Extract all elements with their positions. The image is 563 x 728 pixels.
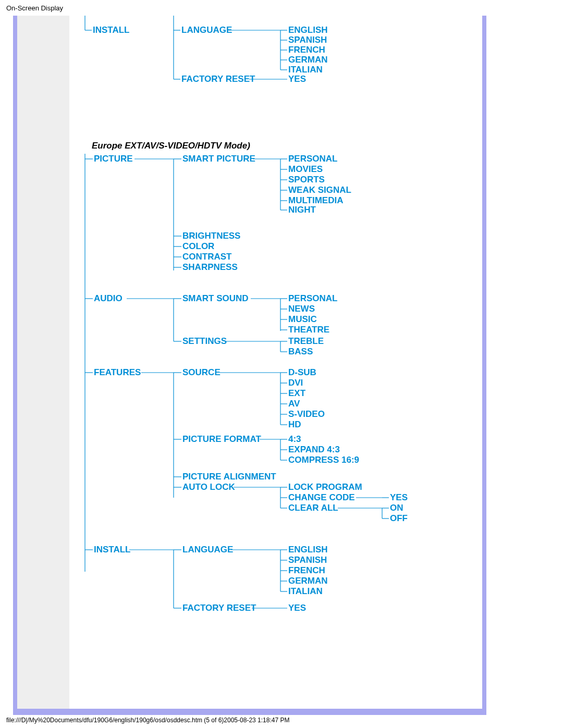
opt-theatre: THEATRE bbox=[288, 325, 329, 335]
page-header: On-Screen Display bbox=[6, 4, 63, 12]
opt-treble: TREBLE bbox=[288, 336, 324, 347]
mode-title: Europe EXT/AV/S-VIDEO/HDTV Mode) bbox=[92, 141, 250, 151]
menu-auto-lock: AUTO LOCK bbox=[182, 482, 235, 492]
opt-german: GERMAN bbox=[288, 55, 328, 65]
opt-weak-signal: WEAK SIGNAL bbox=[288, 185, 351, 195]
opt-clear-all: CLEAR ALL bbox=[288, 503, 338, 513]
opt-english: ENGLISH bbox=[288, 25, 328, 35]
opt-bass: BASS bbox=[288, 347, 313, 357]
opt-personal2: PERSONAL bbox=[288, 293, 337, 304]
menu-source: SOURCE bbox=[182, 367, 221, 378]
menu-audio: AUDIO bbox=[94, 293, 123, 304]
opt-spanish: SPANISH bbox=[288, 35, 327, 45]
opt-english2: ENGLISH bbox=[288, 545, 328, 555]
opt-multimedia: MULTIMEDIA bbox=[288, 195, 343, 206]
opt-sports: SPORTS bbox=[288, 175, 325, 185]
menu-color: COLOR bbox=[182, 241, 214, 252]
opt-cc-yes: YES bbox=[390, 492, 408, 503]
opt-compress169: COMPRESS 16:9 bbox=[288, 455, 359, 465]
menu-language2: LANGUAGE bbox=[182, 545, 233, 555]
opt-43: 4:3 bbox=[288, 434, 301, 445]
opt-italian: ITALIAN bbox=[288, 65, 323, 75]
menu-picture: PICTURE bbox=[94, 154, 133, 164]
menu-contrast: CONTRAST bbox=[182, 252, 231, 262]
page-footer: file:///D|/My%20Documents/dfu/190G6/engl… bbox=[6, 717, 289, 724]
opt-night: NIGHT bbox=[288, 205, 316, 215]
opt-ca-off: OFF bbox=[390, 513, 408, 524]
opt-hd: HD bbox=[288, 419, 301, 430]
menu-features: FEATURES bbox=[94, 367, 141, 378]
opt-french: FRENCH bbox=[288, 45, 325, 55]
opt-news: NEWS bbox=[288, 304, 315, 314]
opt-svideo: S-VIDEO bbox=[288, 409, 325, 419]
tree-content: INSTALL LANGUAGE ENGLISH SPANISH FRENCH … bbox=[75, 16, 482, 709]
menu-factory-reset2: FACTORY RESET bbox=[182, 603, 256, 613]
menu-install: INSTALL bbox=[93, 25, 130, 35]
opt-music: MUSIC bbox=[288, 314, 317, 325]
content-frame: INSTALL LANGUAGE ENGLISH SPANISH FRENCH … bbox=[13, 16, 486, 715]
opt-yes2: YES bbox=[288, 603, 306, 613]
opt-lock-program: LOCK PROGRAM bbox=[288, 482, 362, 492]
opt-ca-on: ON bbox=[390, 503, 403, 513]
opt-expand43: EXPAND 4:3 bbox=[288, 445, 340, 455]
opt-change-code: CHANGE CODE bbox=[288, 492, 355, 503]
menu-sharpness: SHARPNESS bbox=[182, 262, 238, 273]
menu-smart-sound: SMART SOUND bbox=[182, 293, 249, 304]
opt-german2: GERMAN bbox=[288, 576, 328, 586]
menu-brightness: BRIGHTNESS bbox=[182, 231, 240, 241]
opt-dvi: DVI bbox=[288, 378, 303, 388]
menu-smart-picture: SMART PICTURE bbox=[182, 154, 255, 164]
menu-picture-alignment: PICTURE ALIGNMENT bbox=[182, 472, 276, 482]
opt-ext: EXT bbox=[288, 388, 305, 399]
left-margin bbox=[17, 16, 69, 709]
menu-language: LANGUAGE bbox=[181, 25, 232, 35]
opt-av: AV bbox=[288, 399, 300, 409]
opt-dsub: D-SUB bbox=[288, 367, 316, 378]
menu-factory-reset: FACTORY RESET bbox=[181, 74, 255, 84]
opt-italian2: ITALIAN bbox=[288, 586, 323, 597]
opt-movies: MOVIES bbox=[288, 164, 323, 175]
menu-settings: SETTINGS bbox=[182, 336, 227, 347]
opt-french2: FRENCH bbox=[288, 565, 325, 576]
menu-picture-format: PICTURE FORMAT bbox=[182, 434, 261, 445]
opt-spanish2: SPANISH bbox=[288, 555, 327, 565]
opt-personal: PERSONAL bbox=[288, 154, 337, 164]
opt-yes: YES bbox=[288, 74, 306, 84]
menu-install2: INSTALL bbox=[94, 545, 131, 555]
